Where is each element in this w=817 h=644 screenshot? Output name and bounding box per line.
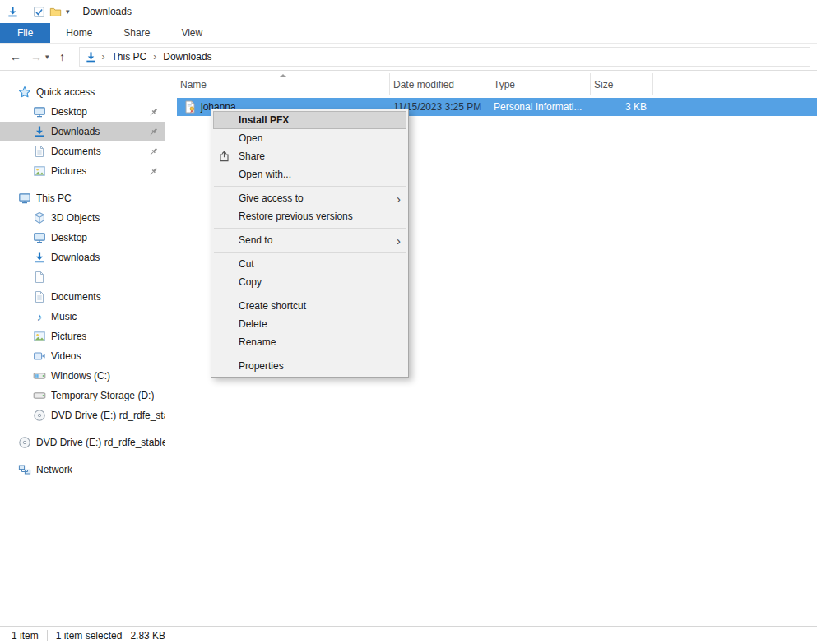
breadcrumb-this-pc[interactable]: This PC xyxy=(110,51,149,63)
menu-separator xyxy=(214,228,406,229)
menu-item-delete[interactable]: Delete xyxy=(211,315,408,333)
network-icon xyxy=(18,463,31,476)
column-header-date-modified[interactable]: Date modified xyxy=(390,73,490,95)
sidebar-item-pc-downloads[interactable]: Downloads xyxy=(0,248,165,267)
menu-item-label: Open with... xyxy=(239,169,291,180)
sidebar-item-music[interactable]: ♪ Music xyxy=(0,307,165,327)
computer-icon xyxy=(18,192,31,205)
menu-item-properties[interactable]: Properties xyxy=(211,357,408,375)
breadcrumb-downloads[interactable]: Downloads xyxy=(161,51,213,63)
sidebar-item-label: DVD Drive (E:) rd_rdfe_stable.T xyxy=(36,437,165,448)
sidebar-item-unnamed[interactable] xyxy=(0,267,165,287)
desktop-icon xyxy=(33,231,46,244)
sidebar-item-pc-desktop[interactable]: Desktop xyxy=(0,228,165,248)
check-icon[interactable] xyxy=(33,6,45,18)
sidebar-item-pc-pictures[interactable]: Pictures xyxy=(0,327,165,346)
sidebar-item-pictures[interactable]: Pictures xyxy=(0,161,165,181)
sidebar-section-gap xyxy=(0,452,165,460)
breadcrumb-separator-icon: › xyxy=(153,51,156,63)
ribbon-tabs: File Home Share View xyxy=(0,23,817,44)
dvd-icon xyxy=(33,409,46,422)
file-type: Personal Informati... xyxy=(490,101,591,113)
documents-icon xyxy=(33,145,46,158)
menu-item-label: Cut xyxy=(239,258,254,270)
sidebar-item-this-pc[interactable]: This PC xyxy=(0,188,165,208)
status-selection-count: 1 item selected xyxy=(56,630,123,642)
sidebar-item-label: Network xyxy=(36,464,72,475)
star-icon xyxy=(18,86,31,99)
drive-icon xyxy=(33,389,46,402)
downloads-icon xyxy=(33,125,46,138)
sidebar-item-label: Windows (C:) xyxy=(51,370,110,382)
up-button[interactable]: ↑ xyxy=(55,51,70,63)
column-header-label: Name xyxy=(180,79,207,90)
menu-item-create-shortcut[interactable]: Create shortcut xyxy=(211,297,408,315)
menu-item-share[interactable]: Share xyxy=(211,147,408,165)
menu-item-open[interactable]: Open xyxy=(211,129,408,147)
sidebar-item-label: Quick access xyxy=(36,86,95,98)
sidebar-item-temporary-storage-d[interactable]: Temporary Storage (D:) xyxy=(0,386,165,405)
menu-item-give-access-to[interactable]: Give access to › xyxy=(211,189,408,207)
menu-item-label: Delete xyxy=(239,318,267,330)
menu-item-copy[interactable]: Copy xyxy=(211,273,408,291)
sidebar-item-3d-objects[interactable]: 3D Objects xyxy=(0,208,165,228)
sidebar-item-downloads[interactable]: Downloads xyxy=(0,122,165,141)
sidebar-item-label: Downloads xyxy=(51,126,100,137)
column-header-label: Type xyxy=(494,79,515,90)
tab-view[interactable]: View xyxy=(165,23,218,43)
sidebar-item-label: 3D Objects xyxy=(51,212,100,224)
pin-icon xyxy=(148,146,159,157)
menu-item-install-pfx[interactable]: Install PFX xyxy=(213,111,406,129)
status-item-count: 1 item xyxy=(12,630,39,642)
pictures-icon xyxy=(33,164,46,178)
sidebar-item-label: Temporary Storage (D:) xyxy=(51,390,154,401)
window-title: Downloads xyxy=(83,6,132,17)
column-header-label: Size xyxy=(594,79,613,90)
menu-separator xyxy=(214,354,406,354)
menu-item-restore-previous-versions[interactable]: Restore previous versions xyxy=(211,207,408,225)
music-icon: ♪ xyxy=(33,310,46,323)
menu-item-open-with[interactable]: Open with... xyxy=(211,165,408,183)
sidebar-item-desktop[interactable]: Desktop xyxy=(0,102,165,122)
sidebar-item-quick-access[interactable]: Quick access xyxy=(0,82,165,102)
back-button[interactable]: ← xyxy=(8,51,23,63)
menu-separator xyxy=(214,294,406,294)
menu-item-label: Share xyxy=(239,151,265,162)
tab-home[interactable]: Home xyxy=(50,23,108,43)
menu-item-label: Properties xyxy=(239,360,284,372)
sidebar-item-pc-documents[interactable]: Documents xyxy=(0,287,165,307)
quick-access-toolbar: ▾ xyxy=(7,6,70,18)
column-header-size[interactable]: Size xyxy=(591,73,653,95)
menu-item-send-to[interactable]: Send to › xyxy=(211,231,408,249)
sidebar-item-dvd-drive-root[interactable]: DVD Drive (E:) rd_rdfe_stable.T xyxy=(0,433,165,452)
status-separator xyxy=(47,630,48,641)
menu-item-label: Copy xyxy=(239,276,262,288)
sidebar-item-label: Documents xyxy=(51,291,101,303)
file-list-pane: Name Date modified Type Size johanna 11/… xyxy=(165,71,817,626)
videos-icon xyxy=(33,350,46,363)
sidebar-item-windows-c[interactable]: Windows (C:) xyxy=(0,366,165,386)
sidebar-item-label: Music xyxy=(51,311,77,322)
sidebar-item-label: Documents xyxy=(51,146,101,157)
document-icon xyxy=(33,271,46,284)
tab-share[interactable]: Share xyxy=(108,23,165,43)
toolbar-chevron-icon[interactable]: ▾ xyxy=(66,8,70,16)
status-selection-size: 2.83 KB xyxy=(130,630,165,642)
titlebar: ▾ Downloads xyxy=(0,0,817,23)
menu-item-rename[interactable]: Rename xyxy=(211,333,408,351)
address-bar[interactable]: › This PC › Downloads xyxy=(79,47,810,67)
sidebar-item-documents[interactable]: Documents xyxy=(0,141,165,161)
sidebar-item-network[interactable]: Network xyxy=(0,460,165,480)
downloads-icon[interactable] xyxy=(7,6,19,18)
new-folder-icon[interactable] xyxy=(49,6,62,18)
column-header-type[interactable]: Type xyxy=(490,73,591,95)
recent-locations-chevron-icon[interactable]: ▾ xyxy=(45,53,49,61)
toolbar-separator xyxy=(26,6,26,17)
sidebar-item-dvd-drive-e[interactable]: DVD Drive (E:) rd_rdfe_stable xyxy=(0,405,165,425)
menu-item-label: Open xyxy=(239,132,262,144)
forward-button[interactable]: → xyxy=(29,51,44,63)
tab-file[interactable]: File xyxy=(0,23,50,43)
menu-item-label: Rename xyxy=(239,336,276,348)
sidebar-item-videos[interactable]: Videos xyxy=(0,346,165,366)
menu-item-cut[interactable]: Cut xyxy=(211,255,408,273)
